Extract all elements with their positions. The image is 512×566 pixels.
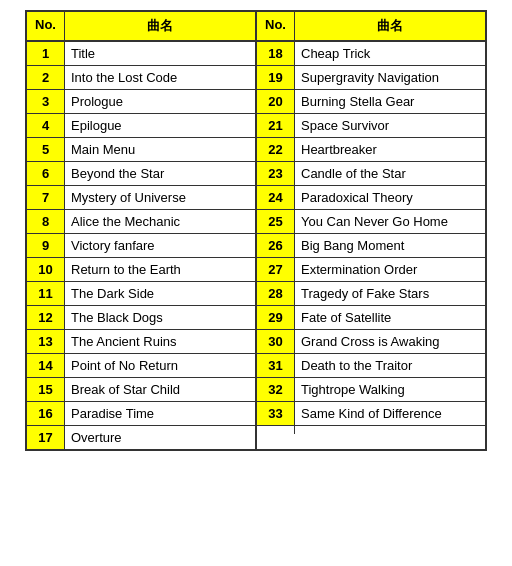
left-column: No. 曲名 1 Title 2 Into the Lost Code 3 Pr…	[27, 12, 257, 449]
track-name: Point of No Return	[65, 354, 255, 377]
table-row: 30 Grand Cross is Awaking	[257, 330, 485, 354]
table-row: 24 Paradoxical Theory	[257, 186, 485, 210]
track-name: Big Bang Moment	[295, 234, 485, 257]
track-number: 14	[27, 354, 65, 377]
track-name: Paradoxical Theory	[295, 186, 485, 209]
table-row: 8 Alice the Mechanic	[27, 210, 255, 234]
left-no-header: No.	[27, 12, 65, 40]
empty-no	[257, 426, 295, 434]
table-row: 28 Tragedy of Fake Stars	[257, 282, 485, 306]
track-number: 25	[257, 210, 295, 233]
table-row: 14 Point of No Return	[27, 354, 255, 378]
track-number: 27	[257, 258, 295, 281]
table-row: 17 Overture	[27, 426, 255, 449]
table-row: 2 Into the Lost Code	[27, 66, 255, 90]
track-number: 11	[27, 282, 65, 305]
table-row: 16 Paradise Time	[27, 402, 255, 426]
track-name: Supergravity Navigation	[295, 66, 485, 89]
track-number: 13	[27, 330, 65, 353]
table-row: 23 Candle of the Star	[257, 162, 485, 186]
track-name: Overture	[65, 426, 255, 449]
table-row: 31 Death to the Traitor	[257, 354, 485, 378]
track-name: Same Kind of Difference	[295, 402, 485, 425]
table-row: 11 The Dark Side	[27, 282, 255, 306]
table-row: 25 You Can Never Go Home	[257, 210, 485, 234]
track-number: 16	[27, 402, 65, 425]
track-number: 6	[27, 162, 65, 185]
track-name: The Dark Side	[65, 282, 255, 305]
left-name-header: 曲名	[65, 12, 255, 40]
table-row: 6 Beyond the Star	[27, 162, 255, 186]
left-rows: 1 Title 2 Into the Lost Code 3 Prologue …	[27, 42, 255, 449]
right-column: No. 曲名 18 Cheap Trick 19 Supergravity Na…	[257, 12, 485, 449]
table-row: 4 Epilogue	[27, 114, 255, 138]
track-number: 22	[257, 138, 295, 161]
track-name: The Black Dogs	[65, 306, 255, 329]
table-row: 10 Return to the Earth	[27, 258, 255, 282]
track-number: 17	[27, 426, 65, 449]
track-name: Victory fanfare	[65, 234, 255, 257]
track-name: Return to the Earth	[65, 258, 255, 281]
track-name: Mystery of Universe	[65, 186, 255, 209]
table-row: 33 Same Kind of Difference	[257, 402, 485, 426]
right-rows: 18 Cheap Trick 19 Supergravity Navigatio…	[257, 42, 485, 434]
table-row: 13 The Ancient Ruins	[27, 330, 255, 354]
track-number: 28	[257, 282, 295, 305]
track-number: 8	[27, 210, 65, 233]
table-row: 18 Cheap Trick	[257, 42, 485, 66]
track-list-table: No. 曲名 1 Title 2 Into the Lost Code 3 Pr…	[25, 10, 487, 451]
track-number: 33	[257, 402, 295, 425]
track-number: 19	[257, 66, 295, 89]
table-row: 15 Break of Star Child	[27, 378, 255, 402]
track-name: Candle of the Star	[295, 162, 485, 185]
track-number: 30	[257, 330, 295, 353]
track-name: Grand Cross is Awaking	[295, 330, 485, 353]
track-name: The Ancient Ruins	[65, 330, 255, 353]
track-number: 2	[27, 66, 65, 89]
track-name: Burning Stella Gear	[295, 90, 485, 113]
track-name: Extermination Order	[295, 258, 485, 281]
track-number: 18	[257, 42, 295, 65]
track-name: You Can Never Go Home	[295, 210, 485, 233]
track-name: Beyond the Star	[65, 162, 255, 185]
track-name: Break of Star Child	[65, 378, 255, 401]
table-row: 3 Prologue	[27, 90, 255, 114]
left-header-row: No. 曲名	[27, 12, 255, 42]
track-number: 3	[27, 90, 65, 113]
track-number: 15	[27, 378, 65, 401]
track-number: 32	[257, 378, 295, 401]
track-number: 5	[27, 138, 65, 161]
track-number: 20	[257, 90, 295, 113]
table-row: 1 Title	[27, 42, 255, 66]
track-number: 24	[257, 186, 295, 209]
table-row: 12 The Black Dogs	[27, 306, 255, 330]
track-number: 26	[257, 234, 295, 257]
track-number: 23	[257, 162, 295, 185]
table-row: 26 Big Bang Moment	[257, 234, 485, 258]
empty-row	[257, 426, 485, 434]
table-row: 19 Supergravity Navigation	[257, 66, 485, 90]
table-row: 7 Mystery of Universe	[27, 186, 255, 210]
track-name: Tightrope Walking	[295, 378, 485, 401]
table-row: 21 Space Survivor	[257, 114, 485, 138]
table-row: 29 Fate of Satellite	[257, 306, 485, 330]
empty-name	[295, 426, 485, 434]
track-number: 12	[27, 306, 65, 329]
right-name-header: 曲名	[295, 12, 485, 40]
right-header-row: No. 曲名	[257, 12, 485, 42]
table-row: 20 Burning Stella Gear	[257, 90, 485, 114]
track-name: Prologue	[65, 90, 255, 113]
table-row: 27 Extermination Order	[257, 258, 485, 282]
table-row: 9 Victory fanfare	[27, 234, 255, 258]
track-number: 4	[27, 114, 65, 137]
table-row: 22 Heartbreaker	[257, 138, 485, 162]
track-name: Tragedy of Fake Stars	[295, 282, 485, 305]
track-name: Epilogue	[65, 114, 255, 137]
track-name: Space Survivor	[295, 114, 485, 137]
track-name: Cheap Trick	[295, 42, 485, 65]
table-row: 5 Main Menu	[27, 138, 255, 162]
track-number: 21	[257, 114, 295, 137]
right-no-header: No.	[257, 12, 295, 40]
track-number: 31	[257, 354, 295, 377]
track-name: Death to the Traitor	[295, 354, 485, 377]
